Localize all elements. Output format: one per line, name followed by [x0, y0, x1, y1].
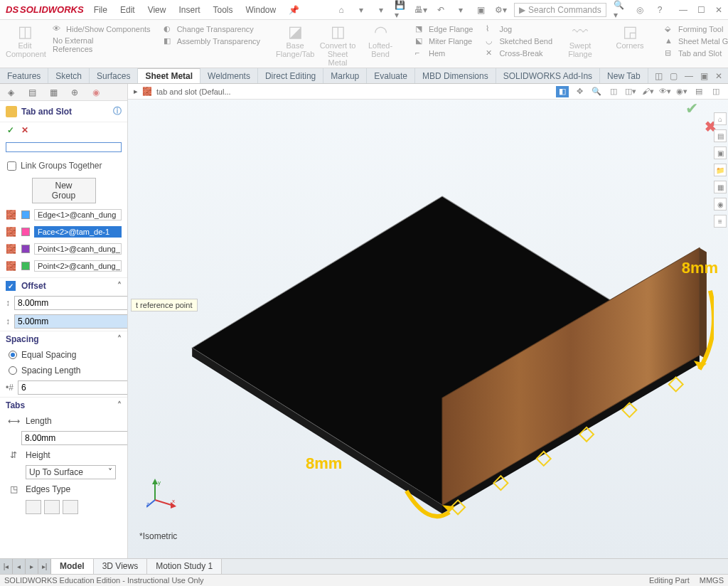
edit-component-button[interactable]: ◫EditComponent	[6, 23, 44, 58]
menu-insert[interactable]: Insert	[178, 5, 200, 15]
close-button[interactable]: ✕	[715, 5, 722, 15]
offset-section[interactable]: ✓Offset˄	[0, 277, 127, 294]
bottom-tab-3dviews[interactable]: 3D Views	[94, 559, 147, 574]
print-icon[interactable]: 🖶▾	[414, 4, 427, 16]
appear-icon[interactable]: ◉▾	[675, 86, 688, 97]
menu-edit[interactable]: Edit	[120, 5, 135, 15]
panel-tab-display-icon[interactable]: ▦	[43, 87, 64, 97]
assembly-transparency[interactable]: ◧Assembly Transparency	[164, 36, 260, 46]
open-icon[interactable]: ▾	[375, 4, 387, 16]
section-icon[interactable]: ◫	[607, 86, 620, 97]
minimize-button[interactable]: —	[679, 5, 687, 15]
home-pane-icon[interactable]: ⌂	[714, 112, 727, 125]
render-icon[interactable]: ▤	[692, 86, 705, 97]
spacing-section[interactable]: Spacing˄	[0, 331, 127, 347]
panel-tab-feature-icon[interactable]: ◈	[0, 87, 21, 97]
spacing-count-input[interactable]: •#▴▾	[6, 380, 122, 395]
file-explorer-icon[interactable]: 📁	[714, 164, 727, 176]
selection-point2[interactable]: 🧱Point<2>@canh_dung_	[6, 260, 122, 272]
cancel-button[interactable]: ✕	[21, 125, 28, 135]
design-lib-icon[interactable]: ▣	[714, 146, 727, 159]
tabs-length-input[interactable]: ▴▾	[21, 431, 122, 445]
display-style-icon[interactable]: ◫▾	[624, 86, 637, 97]
search-commands[interactable]: ▶Search Commands	[514, 3, 606, 17]
options-icon[interactable]: ⚙▾	[494, 4, 507, 16]
height-select[interactable]: Up To Surface˅	[26, 465, 116, 479]
group-header[interactable]	[6, 142, 122, 152]
equal-spacing-radio[interactable]: Equal Spacing	[9, 350, 119, 360]
custom-props-icon[interactable]: ≡	[714, 215, 727, 228]
tab-evaluate[interactable]: Evaluate	[367, 68, 415, 83]
panel-tab-dim-icon[interactable]: ⊕	[64, 87, 85, 97]
no-external-references[interactable]: No External	[53, 36, 151, 45]
resources-icon[interactable]: ▤	[714, 129, 727, 142]
selection-point1[interactable]: 🧱Point<1>@canh_dung_	[6, 243, 122, 255]
select-icon[interactable]: ▾	[454, 4, 467, 16]
tab-sheet-metal[interactable]: Sheet Metal	[138, 68, 200, 83]
new-group-button[interactable]: New Group	[32, 178, 96, 203]
offset-2-input[interactable]: ↕▴▾	[6, 314, 122, 329]
max-doc-icon[interactable]: ▣	[700, 71, 708, 81]
tab-direct-editing[interactable]: Direct Editing	[258, 68, 323, 83]
bottom-tab-model[interactable]: Model	[51, 559, 94, 574]
selection-edge[interactable]: 🧱Edge<1>@canh_dung	[6, 209, 122, 220]
btab-next[interactable]: ▸	[26, 559, 38, 574]
accept-button[interactable]: ✓	[7, 125, 14, 135]
menu-view[interactable]: View	[148, 5, 166, 15]
view-cube-icon[interactable]: ◧	[556, 86, 569, 97]
tab-features[interactable]: Features	[0, 68, 48, 83]
tab-sketch[interactable]: Sketch	[48, 68, 90, 83]
menu-file[interactable]: File	[94, 5, 107, 15]
undo-icon[interactable]: ↶	[434, 4, 447, 16]
link-groups-checkbox[interactable]: Link Groups Together	[7, 161, 120, 171]
view-tool-icon[interactable]: ✥	[573, 86, 586, 97]
edge-type-buttons[interactable]	[26, 500, 102, 514]
rebuild-icon[interactable]: ▣	[474, 4, 487, 16]
view-palette-icon[interactable]: ▦	[714, 181, 727, 193]
menu-pin-icon[interactable]: 📌	[289, 5, 299, 15]
offset-1-input[interactable]: ↕▴▾	[6, 296, 122, 310]
task-pane[interactable]: ⌂ ▤ ▣ 📁 ▦ ◉ ≡	[714, 112, 728, 228]
selection-face[interactable]: 🧱Face<2>@tam_de-1	[6, 226, 122, 238]
spacing-length-radio[interactable]: Spacing Length	[9, 366, 119, 375]
orientation-triad[interactable]: y x z	[146, 477, 178, 508]
cascade-icon[interactable]: ▢	[670, 71, 678, 81]
tabs-section[interactable]: Tabs˄	[0, 397, 127, 413]
search-glass-icon[interactable]: 🔍▾	[614, 4, 626, 16]
hide-icon[interactable]: 👁▾	[658, 86, 671, 97]
panel-tab-appear-icon[interactable]: ◉	[85, 87, 107, 97]
home-icon[interactable]: ⌂	[335, 4, 348, 16]
tab-mbd[interactable]: MBD Dimensions	[415, 68, 496, 83]
tab-markup[interactable]: Markup	[323, 68, 367, 83]
hide-show-components[interactable]: 👁Hide/Show Components	[53, 24, 151, 34]
tree-arrow-icon[interactable]: ▸	[134, 87, 138, 96]
btab-first[interactable]: |◂	[0, 559, 13, 574]
help-icon[interactable]: ?	[653, 4, 666, 16]
btab-last[interactable]: ▸|	[38, 559, 51, 574]
new-icon[interactable]: ▾	[355, 4, 368, 16]
tile-icon[interactable]: ◫	[655, 71, 663, 81]
close-doc-icon[interactable]: ✕	[715, 71, 722, 81]
user-icon[interactable]: ◎	[633, 4, 646, 16]
panel-tab-config-icon[interactable]: ▤	[21, 87, 43, 97]
btab-prev[interactable]: ◂	[13, 559, 26, 574]
tab-new[interactable]: New Tab	[600, 68, 648, 83]
tab-addins[interactable]: SOLIDWORKS Add-Ins	[496, 68, 600, 83]
zoom-icon[interactable]: 🔍	[590, 86, 603, 97]
capture-icon[interactable]: ◫	[710, 86, 722, 97]
menu-window[interactable]: Window	[245, 5, 276, 15]
ok-indicator-icon[interactable]: ✔	[685, 100, 698, 118]
doc-name[interactable]: tab and slot (Defaul...	[156, 87, 231, 96]
tab-surfaces[interactable]: Surfaces	[90, 68, 138, 83]
menu-tools[interactable]: Tools	[213, 5, 232, 15]
scene-icon[interactable]: 🖌▾	[641, 86, 654, 97]
minimize-doc-icon[interactable]: —	[685, 71, 693, 81]
status-units[interactable]: MMGS	[700, 576, 724, 585]
maximize-button[interactable]: ☐	[697, 5, 705, 15]
change-transparency[interactable]: ◐Change Transparency	[164, 24, 260, 34]
panel-help-icon[interactable]: ⓘ	[113, 105, 122, 117]
appearances-icon[interactable]: ◉	[714, 198, 727, 211]
save-icon[interactable]: 💾▾	[395, 4, 407, 16]
tab-weldments[interactable]: Weldments	[200, 68, 258, 83]
3d-viewport[interactable]: ▸ 🧱 tab and slot (Defaul... ◧ ✥ 🔍 ◫ ◫▾ 🖌…	[128, 84, 728, 558]
